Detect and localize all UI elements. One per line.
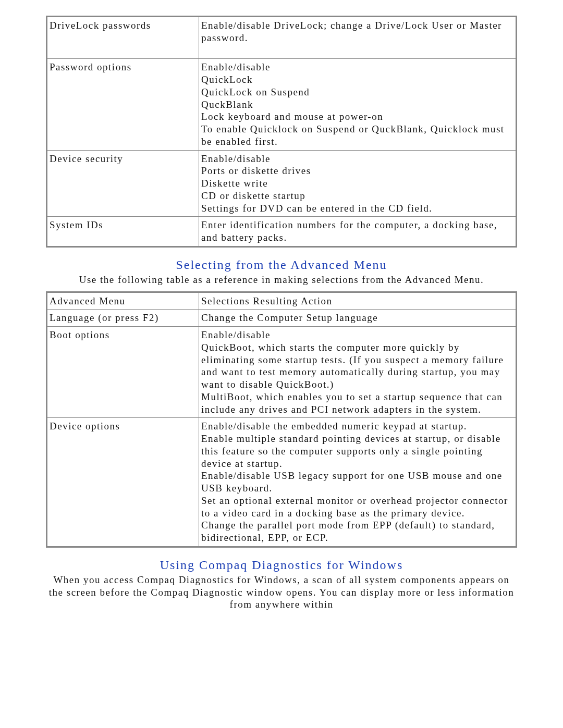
advanced-item-desc: Enable/disableQuickBoot, which starts th… xyxy=(199,327,517,418)
advanced-item-name: Device options xyxy=(47,418,199,547)
table-row: Device securityEnable/disablePorts or di… xyxy=(47,150,517,217)
security-item-name: Password options xyxy=(47,59,199,150)
security-item-desc: Enable/disablePorts or diskette drivesDi… xyxy=(199,150,517,217)
advanced-item-name: Advanced Menu xyxy=(47,292,199,310)
security-item-desc: Enable/disableQuickLockQuickLock on Susp… xyxy=(199,59,517,150)
table-row: Advanced MenuSelections Resulting Action xyxy=(47,292,517,310)
table-row: Boot optionsEnable/disableQuickBoot, whi… xyxy=(47,327,517,418)
security-item-name: DriveLock passwords xyxy=(47,17,199,59)
security-item-desc: Enter identification numbers for the com… xyxy=(199,217,517,247)
table-row: Device optionsEnable/disable the embedde… xyxy=(47,418,517,547)
advanced-menu-heading: Selecting from the Advanced Menu xyxy=(46,257,517,273)
advanced-menu-intro: Use the following table as a reference i… xyxy=(46,274,517,286)
security-item-desc: Enable/disable DriveLock; change a Drive… xyxy=(199,17,517,59)
advanced-item-name: Boot options xyxy=(47,327,199,418)
table-row: DriveLock passwordsEnable/disable DriveL… xyxy=(47,17,517,59)
advanced-item-desc: Selections Resulting Action xyxy=(199,292,517,310)
advanced-menu-table: Advanced MenuSelections Resulting Action… xyxy=(46,291,517,548)
advanced-item-desc: Enable/disable the embedded numeric keyp… xyxy=(199,418,517,547)
security-item-name: Device security xyxy=(47,150,199,217)
table-row: System IDsEnter identification numbers f… xyxy=(47,217,517,247)
diagnostics-intro: When you access Compaq Diagnostics for W… xyxy=(46,574,517,611)
advanced-item-desc: Change the Computer Setup language xyxy=(199,310,517,327)
table-row: Password optionsEnable/disableQuickLockQ… xyxy=(47,59,517,150)
table-row: Language (or press F2)Change the Compute… xyxy=(47,310,517,327)
diagnostics-heading: Using Compaq Diagnostics for Windows xyxy=(46,557,517,573)
security-menu-table: DriveLock passwordsEnable/disable DriveL… xyxy=(46,16,517,248)
advanced-item-name: Language (or press F2) xyxy=(47,310,199,327)
security-item-name: System IDs xyxy=(47,217,199,247)
